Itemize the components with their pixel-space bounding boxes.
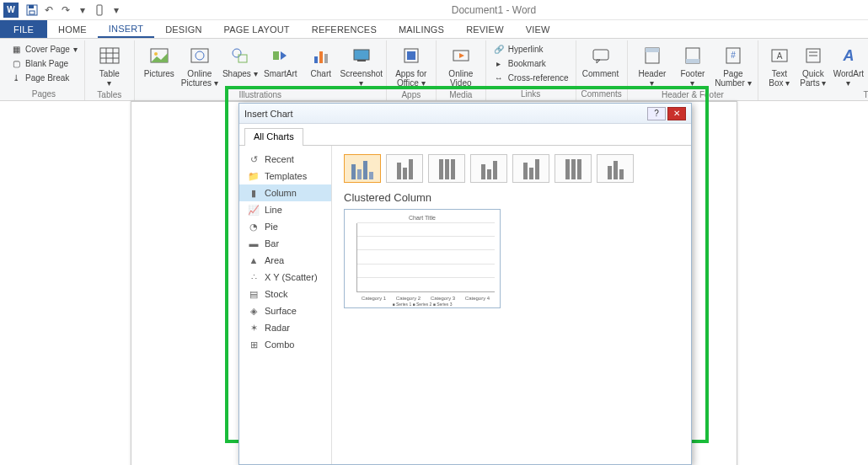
category-surface[interactable]: ◈Surface (239, 302, 331, 319)
subtype-3d-column[interactable] (597, 154, 634, 183)
quick-parts-button[interactable]: Quick Parts ▾ (797, 42, 829, 89)
svg-marker-16 (281, 51, 287, 60)
tab-references[interactable]: REFERENCES (301, 20, 388, 38)
title-bar: W ↶ ↷ ▾ ▾ Document1 - Word (0, 0, 868, 20)
category-bar[interactable]: ▬Bar (239, 235, 331, 252)
cover-page-button[interactable]: ▦Cover Page ▾ (8, 42, 79, 56)
combo-icon: ⊞ (248, 339, 260, 350)
blank-page-button[interactable]: ▢Blank Page (8, 56, 79, 70)
svg-rect-21 (357, 60, 366, 61)
subtype-3d-100-stacked-column[interactable] (555, 154, 592, 183)
shapes-icon (228, 44, 252, 67)
subtype-100-stacked-column[interactable] (428, 154, 465, 183)
tab-view[interactable]: VIEW (515, 20, 561, 38)
comment-button[interactable]: Comment (581, 42, 620, 88)
category-label: Recent (265, 154, 294, 164)
tab-design[interactable]: DESIGN (154, 20, 212, 38)
category-label: Line (265, 205, 282, 215)
svg-rect-1 (29, 5, 34, 8)
video-label: Online Video (442, 69, 480, 88)
hyperlink-button[interactable]: 🔗Hyperlink (491, 42, 571, 56)
subtype-heading: Clustered Column (344, 191, 679, 204)
dialog-tabs: All Charts (239, 127, 691, 146)
subtype-clustered-column[interactable] (344, 154, 381, 183)
table-button[interactable]: Table▾ (90, 42, 129, 89)
cross-reference-button[interactable]: ↔Cross-reference (491, 71, 571, 84)
dialog-title-bar[interactable]: Insert Chart ? ✕ (239, 104, 691, 124)
category-templates[interactable]: 📁Templates (239, 168, 331, 184)
shapes-button[interactable]: Shapes ▾ (221, 42, 260, 89)
quick-parts-icon (801, 44, 825, 67)
customize-icon[interactable]: ▾ (110, 3, 123, 17)
text-box-label: Text Box (769, 69, 787, 88)
subtype-3d-stacked-column[interactable] (512, 154, 549, 183)
group-media: Online Video Media (437, 40, 486, 100)
touch-mode-icon[interactable] (93, 3, 106, 17)
svg-rect-2 (29, 11, 35, 14)
text-box-icon: A (768, 44, 791, 67)
tab-review[interactable]: REVIEW (455, 20, 515, 38)
tab-mailings[interactable]: MAILINGS (388, 20, 455, 38)
blank-page-icon: ▢ (10, 57, 22, 69)
page-number-button[interactable]: #Page Number ▾ (714, 42, 753, 89)
comment-icon (589, 44, 613, 67)
screenshot-button[interactable]: Screenshot▾ (342, 42, 381, 89)
category-column[interactable]: ▮Column (239, 184, 331, 201)
wordart-button[interactable]: AWordArt▾ (831, 42, 866, 89)
tab-all-charts[interactable]: All Charts (244, 128, 303, 146)
subtype-3d-clustered-column[interactable] (470, 154, 507, 183)
page-break-icon: ⤓ (10, 72, 22, 83)
pictures-button[interactable]: Pictures (140, 42, 179, 89)
category-radar[interactable]: ✶Radar (239, 319, 331, 336)
dialog-close-button[interactable]: ✕ (667, 107, 686, 120)
group-links-label: Links (491, 88, 571, 99)
tab-file[interactable]: FILE (0, 20, 47, 38)
preview-bars (357, 223, 495, 291)
online-pictures-button[interactable]: Online Pictures ▾ (180, 42, 219, 89)
dialog-help-button[interactable]: ? (647, 107, 666, 120)
chart-subtypes (344, 154, 679, 183)
category-pie[interactable]: ◔Pie (239, 218, 331, 235)
save-icon[interactable] (25, 3, 39, 17)
tab-page-layout[interactable]: PAGE LAYOUT (213, 20, 301, 38)
category-line[interactable]: 📈Line (239, 201, 331, 218)
svg-text:A: A (777, 51, 783, 61)
wordart-icon: A (837, 44, 860, 67)
smartart-button[interactable]: SmartArt (261, 42, 300, 89)
category-xy[interactable]: ∴X Y (Scatter) (239, 269, 331, 286)
bookmark-button[interactable]: ▸Bookmark (491, 56, 571, 70)
apps-for-office-button[interactable]: Apps for Office ▾ (392, 42, 431, 89)
chart-preview[interactable]: Chart Title Category 1Category 2Category… (344, 209, 501, 308)
tab-insert[interactable]: INSERT (98, 20, 154, 38)
svg-rect-23 (407, 51, 415, 60)
category-combo[interactable]: ⊞Combo (239, 336, 331, 353)
category-label: Stock (265, 289, 288, 299)
online-video-button[interactable]: Online Video (442, 42, 480, 89)
category-stock[interactable]: ▤Stock (239, 286, 331, 302)
footer-label: Footer (680, 69, 705, 78)
category-area[interactable]: ▲Area (239, 252, 331, 269)
redo-icon[interactable]: ↷ (59, 3, 72, 17)
customize-qat-icon[interactable]: ▾ (76, 3, 89, 17)
group-pages-label: Pages (8, 88, 79, 99)
ribbon: ▦Cover Page ▾ ▢Blank Page ⤓Page Break Pa… (0, 39, 868, 101)
wordart-label: WordArt (833, 69, 865, 78)
page-break-button[interactable]: ⤓Page Break (8, 71, 79, 84)
undo-icon[interactable]: ↶ (42, 3, 56, 17)
hyperlink-label: Hyperlink (508, 45, 544, 54)
bookmark-label: Bookmark (508, 59, 546, 68)
header-button[interactable]: Header▾ (633, 42, 672, 89)
subtype-stacked-column[interactable] (386, 154, 423, 183)
chart-button[interactable]: Chart (302, 42, 340, 89)
header-icon (640, 44, 664, 67)
tab-home[interactable]: HOME (47, 20, 98, 38)
category-recent[interactable]: ↺Recent (239, 151, 331, 168)
footer-button[interactable]: Footer▾ (673, 42, 712, 89)
shapes-label: Shapes (222, 69, 251, 78)
group-hf-label: Header & Footer (633, 89, 753, 99)
text-box-button[interactable]: AText Box ▾ (764, 42, 796, 89)
category-label: Bar (265, 238, 279, 249)
svg-rect-4 (100, 48, 119, 63)
category-label: X Y (Scatter) (265, 272, 318, 282)
group-header-footer: Header▾ Footer▾ #Page Number ▾ Header & … (628, 40, 758, 100)
